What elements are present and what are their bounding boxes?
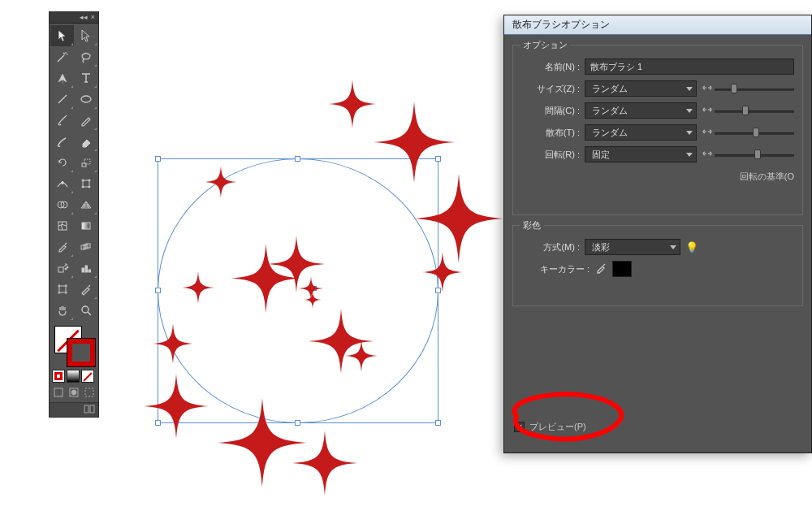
svg-rect-5	[83, 180, 89, 187]
spacing-slider[interactable]	[715, 105, 794, 116]
sparkle-shape	[345, 340, 378, 372]
line-segment-tool[interactable]	[50, 89, 74, 110]
svg-rect-17	[58, 267, 63, 272]
draw-inside-icon[interactable]	[82, 386, 96, 399]
tools-footer	[50, 402, 98, 417]
artboard-tool[interactable]	[50, 279, 74, 300]
spacing-select[interactable]: ランダム	[585, 102, 697, 119]
scatter-select[interactable]: ランダム	[585, 124, 697, 141]
sparkle-shape	[414, 174, 503, 263]
fill-stroke-indicator[interactable]	[50, 323, 98, 368]
svg-point-7	[89, 180, 90, 181]
keycolor-swatch[interactable]	[612, 261, 632, 277]
handle-top-center[interactable]	[295, 156, 300, 162]
paintbrush-tool[interactable]	[50, 110, 74, 131]
sparkle-shape	[182, 271, 214, 304]
blob-brush-tool[interactable]	[50, 131, 74, 152]
size-slider[interactable]	[715, 83, 794, 94]
handle-top-left[interactable]	[155, 156, 161, 162]
svg-rect-12	[58, 222, 67, 230]
rotation-slider[interactable]	[715, 149, 794, 160]
collapse-panel-icon[interactable]: ◂◂	[80, 14, 88, 21]
link-icon[interactable]	[702, 104, 713, 117]
svg-point-6	[82, 180, 84, 181]
chevron-down-icon	[670, 245, 676, 249]
width-tool[interactable]	[50, 173, 74, 194]
svg-rect-20	[82, 268, 84, 272]
direct-selection-tool[interactable]	[74, 25, 97, 46]
mesh-tool[interactable]	[50, 215, 74, 236]
column-graph-tool[interactable]	[74, 258, 97, 279]
rotation-basis-label: 回転の基準(O	[740, 171, 794, 183]
handle-bottom-right[interactable]	[435, 420, 441, 426]
selection-tool[interactable]	[50, 25, 74, 46]
scatter-select-value: ランダム	[592, 127, 628, 139]
rotation-select[interactable]: 固定	[585, 146, 697, 162]
preview-checkbox[interactable]: ✓	[514, 422, 525, 432]
free-transform-tool[interactable]	[74, 173, 97, 194]
scale-tool[interactable]	[74, 152, 97, 173]
sparkle-shape	[374, 102, 455, 183]
svg-rect-31	[90, 405, 94, 413]
color-mode-gradient[interactable]	[67, 370, 80, 383]
magic-wand-tool[interactable]	[50, 46, 74, 67]
color-mode-row	[50, 368, 98, 384]
svg-point-24	[82, 306, 89, 313]
slice-tool[interactable]	[74, 279, 97, 300]
scatter-label: 散布(T) :	[521, 127, 580, 139]
color-mode-color[interactable]	[52, 370, 65, 383]
close-panel-icon[interactable]: ×	[91, 14, 95, 21]
options-group: オプション 名前(N) : サイズ(Z) : ランダム 間隔(C) : ランダム	[512, 45, 803, 215]
svg-line-25	[88, 312, 91, 315]
size-select[interactable]: ランダム	[585, 80, 697, 97]
handle-middle-left[interactable]	[155, 288, 161, 293]
svg-rect-13	[82, 223, 90, 229]
hand-tool[interactable]	[50, 300, 74, 321]
method-select[interactable]: 淡彩	[585, 239, 680, 255]
rotate-tool[interactable]	[50, 152, 74, 173]
draw-behind-icon[interactable]	[67, 386, 81, 399]
dialog-title: 散布ブラシオプション	[512, 18, 610, 32]
gradient-tool[interactable]	[74, 215, 97, 236]
dialog-title-bar[interactable]: 散布ブラシオプション	[504, 15, 811, 35]
chevron-down-icon	[686, 87, 693, 91]
type-tool[interactable]	[74, 67, 97, 89]
link-icon[interactable]	[702, 148, 713, 161]
eraser-tool[interactable]	[74, 131, 97, 152]
chevron-down-icon	[686, 109, 693, 113]
eyedropper-tool[interactable]	[50, 236, 74, 258]
method-select-value: 淡彩	[592, 241, 610, 253]
blend-tool[interactable]	[74, 236, 97, 258]
coloring-group-title: 彩色	[520, 219, 544, 232]
draw-normal-icon[interactable]	[52, 386, 66, 399]
svg-point-1	[81, 96, 91, 102]
method-label: 方式(M) :	[521, 241, 580, 253]
rotation-label: 回転(R) :	[521, 149, 580, 161]
eyedropper-icon[interactable]	[594, 262, 607, 276]
ellipse-tool[interactable]	[74, 89, 97, 110]
name-label: 名前(N) :	[521, 61, 580, 73]
svg-rect-23	[59, 286, 66, 292]
shape-builder-tool[interactable]	[50, 194, 74, 215]
perspective-grid-tool[interactable]	[74, 194, 97, 215]
svg-point-18	[65, 268, 67, 270]
zoom-tool[interactable]	[74, 300, 97, 321]
sparkle-shape	[218, 398, 307, 487]
brush-name-input[interactable]	[585, 58, 794, 75]
symbol-sprayer-tool[interactable]	[50, 258, 74, 279]
svg-rect-21	[85, 266, 88, 272]
svg-rect-22	[89, 270, 91, 272]
link-icon[interactable]	[702, 126, 713, 139]
stroke-swatch[interactable]	[67, 339, 95, 366]
pencil-tool[interactable]	[74, 110, 97, 131]
color-mode-none[interactable]	[81, 370, 94, 383]
lasso-tool[interactable]	[74, 46, 97, 67]
tool-grid	[50, 24, 98, 323]
pen-tool[interactable]	[50, 67, 74, 89]
link-icon[interactable]	[702, 82, 713, 95]
hint-lightbulb-icon[interactable]: 💡	[685, 241, 698, 253]
expand-columns-icon[interactable]	[84, 405, 95, 415]
annotation-highlight-circle	[503, 388, 638, 453]
scatter-brush-options-dialog: 散布ブラシオプション オプション 名前(N) : サイズ(Z) : ランダム 間…	[503, 15, 812, 453]
scatter-slider[interactable]	[715, 127, 794, 138]
